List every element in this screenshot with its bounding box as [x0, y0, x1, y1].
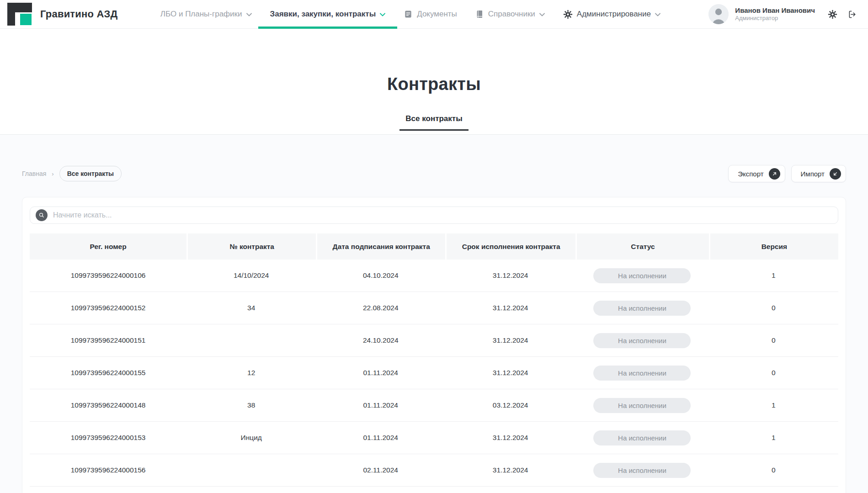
contracts-card: Рег. номер № контракта Дата подписания к…	[22, 197, 846, 493]
table-row[interactable]: 1099739596224000155 12 01.11.2024 31.12.…	[30, 357, 838, 389]
status-badge: На исполнении	[593, 463, 691, 478]
nav-item-label: ЛБО и Планы-графики	[160, 10, 242, 19]
user-role: Администратор	[735, 15, 815, 22]
hero-section: Контракты Все контракты	[0, 29, 868, 135]
document-icon	[404, 10, 413, 19]
cell-status: На исполнении	[575, 398, 709, 413]
cell-status: На исполнении	[575, 463, 709, 478]
breadcrumb-row: Главная › Все контракты Экспорт Импорт	[22, 165, 846, 182]
column-header-version[interactable]: Версия	[709, 233, 838, 260]
cell-reg-number: 1099739596224000155	[30, 369, 186, 377]
export-button-label: Экспорт	[738, 170, 763, 178]
table-row[interactable]: 1099739596224000106 14/10/2024 04.10.202…	[30, 260, 838, 292]
chevron-down-icon	[539, 13, 545, 16]
status-badge: На исполнении	[593, 398, 691, 413]
avatar[interactable]	[708, 4, 729, 24]
nav-item-label: Документы	[417, 10, 457, 19]
import-button-label: Импорт	[801, 170, 825, 178]
nav-item-label: Заявки, закупки, контракты	[270, 10, 376, 19]
search-input[interactable]	[53, 211, 832, 219]
cell-status: На исполнении	[575, 333, 709, 348]
cell-contract-number: 14/10/2024	[186, 271, 316, 280]
cell-due-date: 03.12.2024	[445, 401, 575, 409]
cell-status: На исполнении	[575, 430, 709, 445]
column-header-status[interactable]: Статус	[575, 233, 709, 260]
table-header: Рег. номер № контракта Дата подписания к…	[30, 233, 838, 260]
column-header-contract-number[interactable]: № контракта	[186, 233, 316, 260]
table-row[interactable]: 1099739596224000153 Инцид 01.11.2024 31.…	[30, 422, 838, 454]
cell-version: 0	[709, 466, 838, 474]
import-arrow-icon	[830, 168, 841, 180]
cell-status: На исполнении	[575, 301, 709, 316]
export-button[interactable]: Экспорт	[728, 165, 785, 182]
contracts-table: Рег. номер № контракта Дата подписания к…	[30, 233, 838, 487]
cell-status: На исполнении	[575, 366, 709, 381]
tab-all-contracts[interactable]: Все контракты	[399, 114, 468, 131]
cell-version: 0	[709, 304, 838, 312]
cell-sign-date: 01.11.2024	[316, 401, 445, 409]
nav-item-documents[interactable]: Документы	[397, 0, 463, 29]
table-row[interactable]: 1099739596224000148 38 01.11.2024 03.12.…	[30, 389, 838, 422]
cell-version: 0	[709, 336, 838, 345]
cell-contract-number: Инцид	[186, 434, 316, 442]
cell-due-date: 31.12.2024	[445, 466, 575, 474]
cell-sign-date: 02.11.2024	[316, 466, 445, 474]
cell-contract-number: 12	[186, 369, 316, 377]
cell-version: 0	[709, 369, 838, 377]
table-body: 1099739596224000106 14/10/2024 04.10.202…	[30, 260, 838, 487]
cell-sign-date: 01.11.2024	[316, 434, 445, 442]
column-header-sign-date[interactable]: Дата подписания контракта	[316, 233, 445, 260]
chevron-down-icon	[655, 13, 660, 16]
actions-row: Экспорт Импорт	[728, 165, 846, 182]
search-bar	[30, 207, 838, 224]
cell-sign-date: 24.10.2024	[316, 336, 445, 345]
logout-icon[interactable]	[846, 8, 859, 21]
cell-sign-date: 04.10.2024	[316, 271, 445, 280]
status-badge: На исполнении	[593, 333, 691, 348]
table-row[interactable]: 1099739596224000152 34 22.08.2024 31.12.…	[30, 292, 838, 324]
top-bar: Гравитино АЗД ЛБО и Планы-графики Заявки…	[0, 0, 868, 29]
user-menu[interactable]: Иванов Иван Иванович Администратор	[735, 6, 815, 22]
export-arrow-icon	[769, 168, 780, 180]
brand-name: Гравитино АЗД	[40, 8, 117, 20]
nav-item-requests-contracts[interactable]: Заявки, закупки, контракты	[264, 0, 392, 29]
import-button[interactable]: Импорт	[791, 165, 846, 182]
brand-logo[interactable]	[7, 3, 32, 26]
gear-icon	[563, 10, 573, 19]
status-badge: На исполнении	[593, 301, 691, 316]
column-header-due-date[interactable]: Срок исполнения контракта	[445, 233, 575, 260]
breadcrumb: Главная › Все контракты	[22, 166, 122, 181]
nav-item-label: Справочники	[488, 10, 535, 19]
cell-version: 1	[709, 401, 838, 409]
status-badge: На исполнении	[593, 430, 691, 445]
table-row[interactable]: 1099739596224000156 02.11.2024 31.12.202…	[30, 454, 838, 487]
cell-version: 1	[709, 271, 838, 280]
cell-sign-date: 22.08.2024	[316, 304, 445, 312]
nav-item-lbo-plans[interactable]: ЛБО и Планы-графики	[154, 0, 258, 29]
cell-due-date: 31.12.2024	[445, 434, 575, 442]
search-icon	[36, 209, 48, 221]
cell-status: На исполнении	[575, 268, 709, 283]
cell-reg-number: 1099739596224000148	[30, 401, 186, 409]
cell-due-date: 31.12.2024	[445, 271, 575, 280]
page-title: Контракты	[0, 74, 868, 94]
breadcrumb-current-chip: Все контракты	[59, 166, 122, 181]
cell-reg-number: 1099739596224000152	[30, 304, 186, 312]
column-header-reg-number[interactable]: Рег. номер	[30, 233, 186, 260]
chevron-down-icon	[380, 13, 385, 16]
nav-item-label: Администрирование	[577, 10, 651, 19]
table-row[interactable]: 1099739596224000151 24.10.2024 31.12.202…	[30, 324, 838, 357]
status-badge: На исполнении	[593, 366, 691, 381]
cell-sign-date: 01.11.2024	[316, 369, 445, 377]
cell-version: 1	[709, 434, 838, 442]
book-icon	[475, 10, 484, 19]
cell-due-date: 31.12.2024	[445, 336, 575, 345]
breadcrumb-home[interactable]: Главная	[22, 170, 46, 177]
cell-due-date: 31.12.2024	[445, 369, 575, 377]
nav-item-administration[interactable]: Администрирование	[557, 0, 667, 29]
nav-item-references[interactable]: Справочники	[469, 0, 551, 29]
main-nav: ЛБО и Планы-графики Заявки, закупки, кон…	[151, 0, 670, 29]
settings-gear-icon[interactable]	[826, 8, 839, 21]
cell-contract-number: 38	[186, 401, 316, 409]
status-badge: На исполнении	[593, 268, 691, 283]
